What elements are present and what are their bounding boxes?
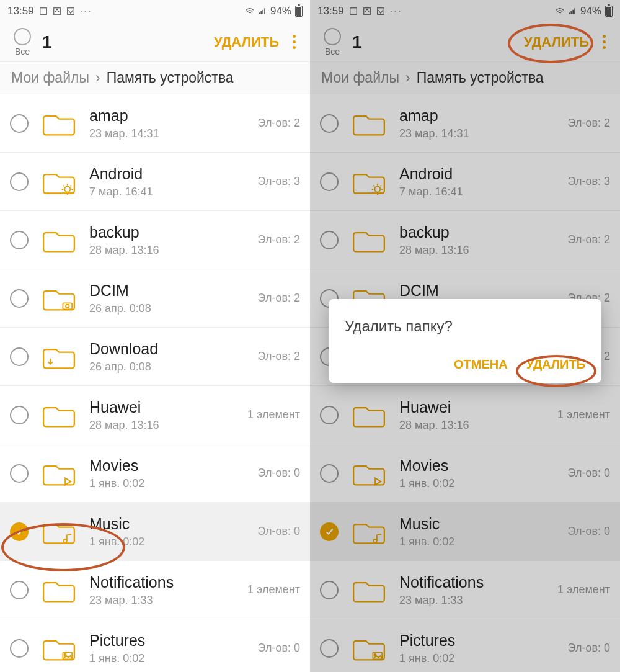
folder-icon [41, 343, 77, 371]
folder-name: amap [89, 107, 258, 125]
row-checkbox[interactable] [10, 347, 29, 366]
folder-name: Pictures [89, 632, 258, 650]
panel-left: 13:59 ··· 94% Все 1 УДАЛИТЬ Мои файлы › … [0, 0, 310, 672]
folder-row[interactable]: Notifications 23 мар. 1:331 элемент [310, 561, 620, 619]
row-checkbox[interactable] [320, 581, 339, 599]
folder-row[interactable]: Download 26 апр. 0:08Эл-ов: 2 [0, 328, 310, 386]
row-checkbox[interactable] [10, 114, 29, 133]
folder-row[interactable]: Pictures 1 янв. 0:02Эл-ов: 0 [0, 619, 310, 672]
folder-count: 1 элемент [557, 583, 610, 596]
folder-list-right: amap 23 мар. 14:31Эл-ов: 2 Android 7 мар… [310, 94, 620, 672]
folder-name: Huawei [89, 398, 247, 416]
folder-name: Music [399, 515, 568, 533]
folder-count: Эл-ов: 2 [258, 350, 300, 363]
folder-date: 28 мар. 13:16 [399, 419, 557, 432]
folder-name: Movies [89, 457, 258, 475]
folder-icon [351, 401, 387, 429]
folder-icon [351, 634, 387, 663]
folder-name: backup [399, 223, 568, 241]
folder-icon [351, 517, 387, 546]
row-checkbox[interactable] [320, 639, 339, 658]
row-checkbox[interactable] [10, 231, 29, 249]
more-button[interactable] [595, 35, 613, 49]
svg-rect-9 [350, 8, 356, 15]
folder-row[interactable]: Notifications 23 мар. 1:331 элемент [0, 561, 310, 619]
dialog-cancel-button[interactable]: ОТМЕНА [454, 357, 508, 372]
row-checkbox[interactable] [320, 114, 339, 133]
row-checkbox[interactable] [320, 406, 339, 424]
select-all-toggle[interactable]: Все [7, 28, 37, 56]
row-checkbox[interactable] [10, 639, 29, 658]
row-checkbox[interactable] [10, 172, 29, 191]
chevron-right-icon: › [405, 69, 410, 86]
signal-icon [258, 7, 267, 16]
folder-date: 1 янв. 0:02 [399, 477, 568, 490]
battery-icon [605, 6, 613, 17]
folder-name: Notifications [399, 573, 557, 591]
folder-row[interactable]: Music 1 янв. 0:02Эл-ов: 0 [0, 503, 310, 561]
folder-date: 26 апр. 0:08 [89, 361, 258, 374]
breadcrumb-current: Память устройства [107, 69, 234, 86]
breadcrumb-root[interactable]: Мои файлы [321, 69, 399, 86]
statusbar: 13:59 ··· 94% [310, 0, 620, 22]
folder-row[interactable]: Pictures 1 янв. 0:02Эл-ов: 0 [310, 619, 620, 672]
folder-count: Эл-ов: 0 [258, 642, 300, 655]
folder-row[interactable]: Android 7 мар. 16:41Эл-ов: 3 [0, 153, 310, 211]
folder-date: 28 мар. 13:16 [89, 244, 258, 257]
select-all-toggle[interactable]: Все [317, 28, 347, 56]
status-icon [39, 7, 48, 16]
row-checkbox[interactable] [320, 172, 339, 191]
folder-row[interactable]: backup 28 мар. 13:16Эл-ов: 2 [0, 211, 310, 269]
folder-icon [41, 168, 77, 196]
folder-count: Эл-ов: 0 [568, 642, 610, 655]
folder-row[interactable]: backup 28 мар. 13:16Эл-ов: 2 [310, 211, 620, 269]
folder-row[interactable]: Movies 1 янв. 0:02Эл-ов: 0 [0, 444, 310, 503]
row-checkbox[interactable] [10, 406, 29, 424]
folder-date: 23 мар. 14:31 [89, 127, 258, 140]
folder-row[interactable]: DCIM 26 апр. 0:08Эл-ов: 2 [0, 269, 310, 328]
folder-count: Эл-ов: 2 [568, 117, 610, 130]
folder-name: Android [89, 165, 258, 183]
delete-confirm-dialog: Удалить папку? ОТМЕНА УДАЛИТЬ [329, 299, 601, 383]
row-checkbox[interactable] [10, 522, 29, 541]
row-checkbox[interactable] [10, 289, 29, 308]
row-checkbox[interactable] [10, 581, 29, 599]
row-checkbox[interactable] [320, 231, 339, 249]
folder-count: Эл-ов: 0 [568, 467, 610, 480]
folder-count: Эл-ов: 2 [568, 233, 610, 246]
folder-name: Notifications [89, 573, 247, 591]
folder-row[interactable]: amap 23 мар. 14:31Эл-ов: 2 [0, 94, 310, 153]
folder-row[interactable]: Movies 1 янв. 0:02Эл-ов: 0 [310, 444, 620, 503]
folder-date: 1 янв. 0:02 [399, 535, 568, 549]
folder-row[interactable]: amap 23 мар. 14:31Эл-ов: 2 [310, 94, 620, 153]
topbar: Все 1 УДАЛИТЬ [0, 22, 310, 62]
row-checkbox[interactable] [10, 464, 29, 483]
folder-count: Эл-ов: 2 [258, 117, 300, 130]
wifi-icon [246, 7, 254, 16]
status-icon [363, 7, 371, 16]
folder-date: 28 мар. 13:16 [399, 244, 568, 257]
status-icon [376, 7, 385, 16]
row-checkbox[interactable] [320, 464, 339, 483]
folder-row[interactable]: Huawei 28 мар. 13:161 элемент [0, 386, 310, 444]
selected-count: 1 [352, 32, 362, 52]
selected-count: 1 [42, 32, 52, 52]
svg-point-5 [66, 304, 69, 308]
folder-row[interactable]: Music 1 янв. 0:02Эл-ов: 0 [310, 503, 620, 561]
folder-date: 23 мар. 1:33 [89, 594, 247, 607]
folder-row[interactable]: Huawei 28 мар. 13:161 элемент [310, 386, 620, 444]
row-checkbox[interactable] [320, 522, 339, 541]
wifi-icon [556, 7, 564, 16]
folder-icon [351, 576, 387, 604]
delete-button[interactable]: УДАЛИТЬ [214, 34, 279, 50]
more-button[interactable] [285, 35, 303, 49]
folder-row[interactable]: Android 7 мар. 16:41Эл-ов: 3 [310, 153, 620, 211]
breadcrumb-root[interactable]: Мои файлы [11, 69, 89, 86]
folder-date: 1 янв. 0:02 [89, 477, 258, 490]
dialog-confirm-button[interactable]: УДАЛИТЬ [526, 357, 585, 372]
folder-name: Download [89, 340, 258, 358]
folder-icon [41, 634, 77, 663]
folder-name: Huawei [399, 398, 557, 416]
svg-point-3 [64, 186, 70, 192]
delete-button[interactable]: УДАЛИТЬ [524, 34, 589, 50]
